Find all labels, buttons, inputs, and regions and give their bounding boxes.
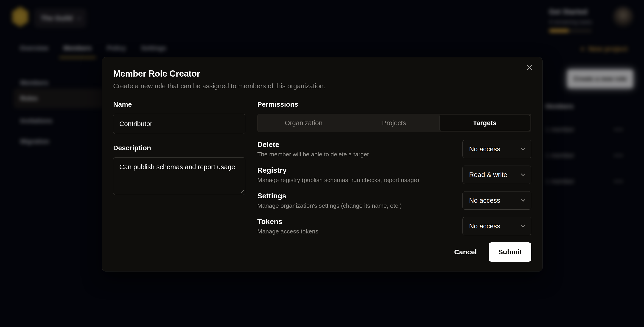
settings-access-select[interactable]: No access [462, 191, 531, 210]
tab-projects[interactable]: Projects [349, 115, 439, 131]
tab-organization[interactable]: Organization [258, 115, 349, 131]
member-role-creator-dialog: ✕ Member Role Creator Create a new role … [102, 57, 542, 272]
registry-access-value: Read & write [469, 171, 507, 179]
cancel-button[interactable]: Cancel [453, 245, 478, 259]
role-identity-column: Name Description Can publish schemas and… [113, 100, 245, 243]
dialog-subtitle: Create a new role that can be assigned t… [113, 82, 531, 90]
name-label: Name [113, 100, 245, 108]
dialog-footer: Cancel Submit [453, 242, 531, 262]
permissions-label: Permissions [257, 100, 531, 108]
registry-access-select[interactable]: Read & write [462, 166, 531, 184]
delete-access-select[interactable]: No access [462, 140, 531, 158]
submit-button[interactable]: Submit [488, 242, 531, 262]
dialog-title: Member Role Creator [113, 69, 531, 79]
permission-description: Manage access tokens [257, 228, 318, 235]
permission-row-tokens: Tokens Manage access tokens No access [257, 217, 531, 235]
settings-access-value: No access [469, 197, 500, 204]
tokens-access-select[interactable]: No access [462, 217, 531, 235]
close-icon[interactable]: ✕ [526, 63, 533, 72]
permissions-column: Permissions Organization Projects Target… [257, 100, 531, 243]
permission-description: Manage registry (publish schemas, run ch… [257, 177, 419, 184]
permission-title: Delete [257, 140, 369, 149]
permission-title: Settings [257, 192, 402, 200]
chevron-down-icon [521, 146, 525, 150]
chevron-down-icon [521, 172, 525, 176]
tab-targets[interactable]: Targets [439, 115, 530, 131]
role-name-input[interactable] [113, 114, 245, 134]
permission-title: Tokens [257, 217, 318, 226]
permission-description: The member will be able to delete a targ… [257, 151, 369, 158]
delete-access-value: No access [469, 145, 500, 153]
permissions-scope-tabs: Organization Projects Targets [257, 114, 531, 132]
chevron-down-icon [521, 197, 525, 202]
permission-row-registry: Registry Manage registry (publish schema… [257, 166, 531, 184]
tokens-access-value: No access [469, 222, 500, 230]
permission-row-settings: Settings Manage organization's settings … [257, 191, 531, 210]
permission-row-delete: Delete The member will be able to delete… [257, 140, 531, 158]
chevron-down-icon [521, 223, 525, 228]
app-window: The Guild Get Started 4 remaining tasks … [0, 0, 644, 327]
description-label: Description [113, 144, 245, 152]
role-description-textarea[interactable]: Can publish schemas and report usage [113, 157, 245, 195]
permission-title: Registry [257, 166, 419, 175]
permission-description: Manage organization's settings (change i… [257, 202, 402, 209]
